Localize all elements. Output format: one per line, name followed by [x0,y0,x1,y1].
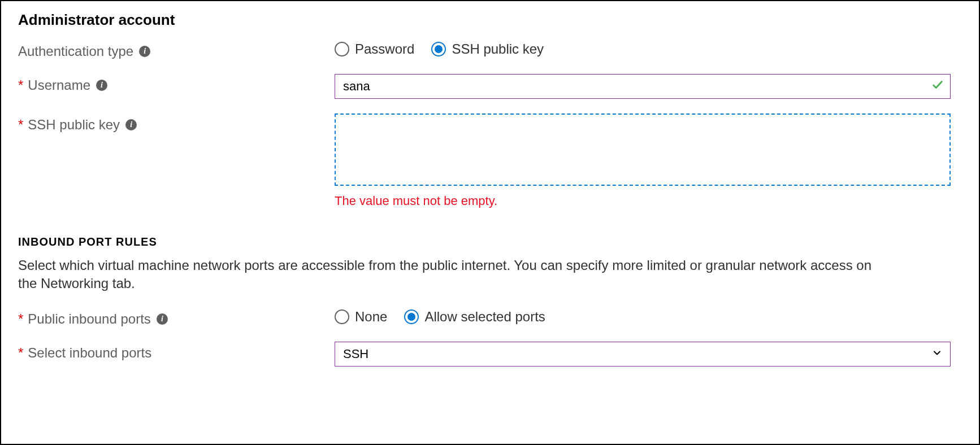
info-icon[interactable]: i [125,119,137,130]
radio-unselected-icon [335,309,349,324]
username-input[interactable] [335,74,951,99]
info-icon[interactable]: i [157,313,168,325]
ssh-key-textarea[interactable] [335,114,951,186]
required-star-icon: * [18,311,23,327]
ssh-key-row: * SSH public key i The value must not be… [18,114,962,208]
username-label-text: Username [28,77,90,93]
auth-type-radio-group: Password SSH public key [335,40,951,57]
inbound-port-rules-heading: INBOUND PORT RULES [18,235,962,248]
username-row: * Username i [18,74,962,99]
radio-unselected-icon [335,42,349,56]
ssh-key-label: * SSH public key i [18,114,335,133]
admin-and-ports-panel: Administrator account Authentication typ… [0,0,980,445]
info-icon[interactable]: i [139,46,150,57]
radio-selected-icon [404,309,419,324]
public-ports-none-option[interactable]: None [335,309,387,325]
radio-dot-icon [435,45,443,53]
select-inbound-ports-value: SSH [343,347,368,361]
select-inbound-ports-label-text: Select inbound ports [28,345,151,361]
required-star-icon: * [18,117,23,133]
authentication-type-row: Authentication type i Password SSH publi… [18,40,962,59]
public-ports-allow-option[interactable]: Allow selected ports [404,309,545,325]
auth-type-ssh-option[interactable]: SSH public key [431,41,544,57]
select-inbound-ports-wrap: SSH [335,342,951,367]
public-inbound-ports-label-text: Public inbound ports [28,311,150,327]
public-ports-none-label: None [355,309,387,325]
authentication-type-label: Authentication type i [18,40,335,59]
username-label: * Username i [18,74,335,93]
required-star-icon: * [18,77,23,93]
radio-selected-icon [431,42,446,56]
administrator-account-heading: Administrator account [18,11,962,29]
public-inbound-ports-row: * Public inbound ports i None Allow sele… [18,308,962,327]
ssh-key-label-text: SSH public key [28,117,120,133]
auth-type-password-label: Password [355,41,414,57]
select-inbound-ports-row: * Select inbound ports SSH [18,342,962,367]
select-inbound-ports-label: * Select inbound ports [18,342,335,361]
select-inbound-ports-dropdown[interactable]: SSH [335,342,951,367]
required-star-icon: * [18,345,23,361]
username-input-wrap [335,74,951,99]
info-icon[interactable]: i [96,80,107,91]
auth-type-ssh-label: SSH public key [452,41,544,57]
auth-type-password-option[interactable]: Password [335,41,414,57]
inbound-port-rules-description: Select which virtual machine network por… [18,256,888,293]
radio-dot-icon [407,313,415,321]
checkmark-icon [931,78,944,94]
auth-type-label-text: Authentication type [18,43,133,59]
ssh-key-error-text: The value must not be empty. [335,194,951,208]
public-ports-allow-label: Allow selected ports [424,309,545,325]
public-inbound-ports-label: * Public inbound ports i [18,308,335,327]
public-inbound-ports-radio-group: None Allow selected ports [335,308,951,325]
